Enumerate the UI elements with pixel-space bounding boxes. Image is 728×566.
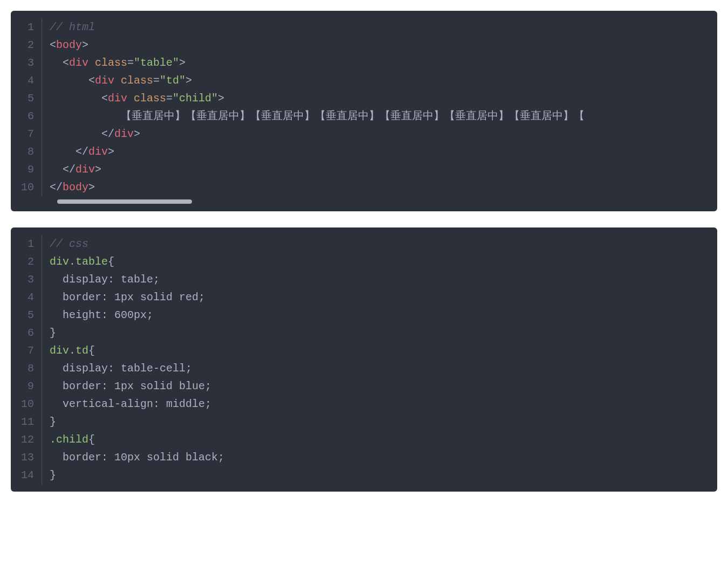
- code-line: display: table-cell;: [50, 360, 717, 377]
- code-token: </: [63, 163, 75, 176]
- code-token: vertical-align: middle;: [50, 398, 211, 410]
- code-token: >: [179, 57, 186, 69]
- code-token: div: [69, 57, 88, 69]
- code-token: >: [95, 163, 101, 176]
- code-line: height: 600px;: [50, 306, 717, 324]
- code-token: <: [63, 57, 69, 69]
- code-token: 【垂直居中】【垂直居中】【垂直居中】【垂直居中】【垂直居中】【垂直居中】【垂直居…: [50, 110, 585, 122]
- code-token: border: 10px solid black;: [50, 451, 224, 464]
- code-token: >: [218, 92, 224, 105]
- code-token: [88, 57, 95, 69]
- code-token: <: [50, 39, 56, 51]
- code-token: =: [127, 57, 134, 69]
- code-line: }: [50, 466, 717, 484]
- line-number: 2: [18, 36, 34, 54]
- code-token: =: [153, 74, 160, 87]
- code-token: </: [50, 181, 63, 194]
- code-token: [50, 146, 75, 158]
- line-number: 4: [18, 72, 34, 89]
- code-area[interactable]: // cssdiv.table{ display: table; border:…: [42, 235, 717, 484]
- code-line: 【垂直居中】【垂直居中】【垂直居中】【垂直居中】【垂直居中】【垂直居中】【垂直居…: [50, 107, 717, 125]
- code-line: // html: [50, 18, 717, 36]
- code-line: <body>: [50, 36, 717, 54]
- code-token: height: 600px;: [50, 309, 153, 321]
- code-token: }: [50, 416, 56, 428]
- line-number: 2: [18, 253, 34, 271]
- code-line: border: 1px solid red;: [50, 288, 717, 306]
- code-token: >: [134, 128, 140, 140]
- code-token: display: table;: [50, 273, 160, 286]
- code-token: body: [56, 39, 82, 51]
- line-number: 12: [18, 431, 34, 448]
- page-root: 12345678910// html<body> <div class="tab…: [11, 11, 717, 492]
- code-token: </: [75, 146, 88, 158]
- code-token: div: [108, 92, 127, 105]
- line-number: 8: [18, 360, 34, 377]
- code-token: [127, 92, 134, 105]
- line-number: 11: [18, 413, 34, 431]
- line-number: 1: [18, 235, 34, 253]
- html-code-block: 12345678910// html<body> <div class="tab…: [11, 11, 717, 211]
- code-token: }: [50, 469, 56, 481]
- line-number: 8: [18, 143, 34, 161]
- code-line: <div class="table">: [50, 54, 717, 72]
- code-token: [50, 128, 101, 140]
- line-number: 3: [18, 54, 34, 72]
- line-number: 10: [18, 178, 34, 196]
- code-token: <: [88, 74, 95, 87]
- code-token: =: [166, 92, 173, 105]
- code-token: .child: [50, 433, 88, 446]
- code-token: }: [50, 327, 56, 339]
- line-number: 10: [18, 395, 34, 413]
- code-token: <: [101, 92, 108, 105]
- code-line: div.table{: [50, 253, 717, 271]
- line-number: 7: [18, 125, 34, 143]
- code-token: div.td: [50, 344, 88, 357]
- code-token: {: [88, 344, 95, 357]
- horizontal-scrollbar-thumb[interactable]: [57, 199, 192, 204]
- code-token: div: [114, 128, 134, 140]
- code-area[interactable]: // html<body> <div class="table"> <div c…: [42, 18, 717, 196]
- code-token: border: 1px solid red;: [50, 291, 205, 303]
- css-code-block: 1234567891011121314// cssdiv.table{ disp…: [11, 227, 717, 492]
- code-token: [50, 74, 88, 87]
- code-token: display: table-cell;: [50, 362, 192, 375]
- code-line: </div>: [50, 143, 717, 161]
- code-token: >: [82, 39, 88, 51]
- code-token: div: [95, 74, 114, 87]
- code-token: div.table: [50, 256, 108, 268]
- code-line: <div class="child">: [50, 89, 717, 107]
- code-token: "td": [160, 74, 186, 87]
- scrollbar-track[interactable]: [11, 199, 717, 204]
- code-token: [50, 92, 101, 105]
- code-token: // html: [50, 21, 95, 33]
- code-token: {: [88, 433, 95, 446]
- code-line: display: table;: [50, 271, 717, 288]
- line-number: 6: [18, 324, 34, 342]
- line-number: 4: [18, 288, 34, 306]
- line-number: 7: [18, 342, 34, 360]
- code-token: div: [75, 163, 95, 176]
- line-number: 5: [18, 89, 34, 107]
- code-inner: 1234567891011121314// cssdiv.table{ disp…: [11, 235, 717, 484]
- code-line: border: 10px solid black;: [50, 448, 717, 466]
- code-token: {: [108, 256, 114, 268]
- code-line: </div>: [50, 161, 717, 178]
- code-token: class: [95, 57, 127, 69]
- code-line: // css: [50, 235, 717, 253]
- line-number: 5: [18, 306, 34, 324]
- line-number: 14: [18, 466, 34, 484]
- code-token: div: [88, 146, 108, 158]
- code-line: }: [50, 413, 717, 431]
- line-number: 9: [18, 377, 34, 395]
- line-number: 1: [18, 18, 34, 36]
- code-token: body: [63, 181, 88, 194]
- code-token: [50, 163, 63, 176]
- code-line: .child{: [50, 431, 717, 448]
- code-token: "table": [134, 57, 179, 69]
- code-line: border: 1px solid blue;: [50, 377, 717, 395]
- code-token: >: [186, 74, 192, 87]
- line-number-gutter: 12345678910: [11, 18, 42, 196]
- code-line: div.td{: [50, 342, 717, 360]
- line-number-gutter: 1234567891011121314: [11, 235, 42, 484]
